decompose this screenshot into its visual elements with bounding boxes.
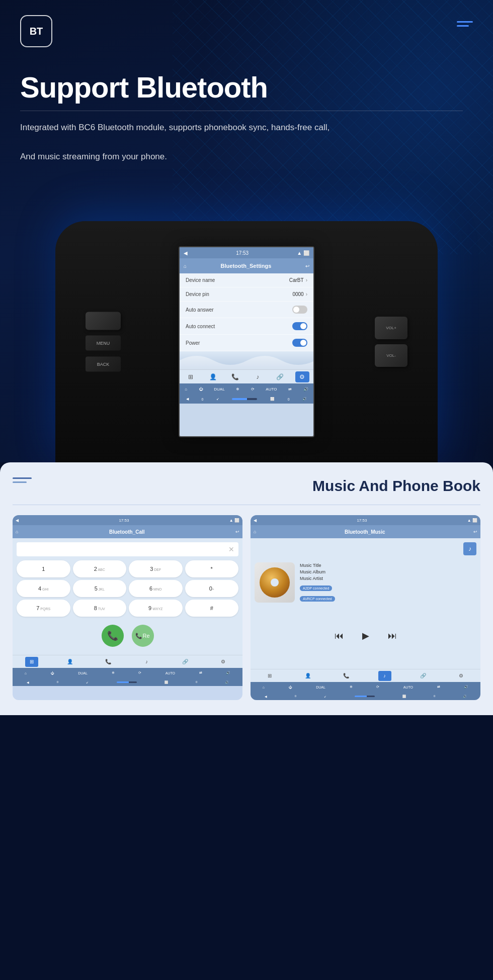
key-9[interactable]: 9 WXYZ [129, 600, 183, 617]
key-7[interactable]: 7 PQRS [17, 600, 70, 617]
call-status-icons: ▲ ⬜ [229, 518, 239, 523]
call-nav-music[interactable]: ♪ [140, 657, 153, 667]
sys-fan: ❄ [236, 387, 239, 391]
music-nav-phone[interactable]: 📞 [340, 671, 353, 681]
back-icon: ↩ [305, 263, 309, 269]
call-title: Bluetooth_Call [109, 529, 145, 535]
nav-settings-icon[interactable]: ⚙ [295, 371, 309, 382]
music-nav-link[interactable]: 🔗 [417, 671, 430, 681]
nav-music-icon[interactable]: ♪ [251, 371, 265, 382]
chevron-right-2: › [306, 291, 307, 297]
sys-home: ⌂ [185, 387, 187, 391]
call-action-buttons: 📞 📞Re [17, 621, 238, 651]
home-icon: ⌂ [184, 263, 187, 269]
auto-connect-label: Auto connect [186, 324, 215, 329]
status-icons: ▲ ⬜ [297, 250, 309, 256]
menu-button[interactable] [457, 21, 473, 27]
power-row[interactable]: Power [180, 335, 313, 351]
car-vol-down: VOL- [375, 344, 407, 367]
prev-button[interactable]: ⏮ [335, 631, 344, 641]
key-star[interactable]: * [185, 560, 239, 577]
auto-answer-toggle[interactable] [292, 306, 307, 314]
call-home-icon: ⌂ [16, 529, 18, 534]
music-home-icon: ⌂ [254, 529, 256, 534]
toggle-thumb [293, 307, 299, 313]
nav-phone-icon[interactable]: 📞 [228, 371, 242, 382]
progress-bar [232, 398, 257, 400]
call-system-bar: ⌂ ⏻ DUAL ❄ ⟳ AUTO ⇄ 🔊 [13, 668, 242, 678]
key-3[interactable]: 3 DEF [129, 560, 183, 577]
key-8[interactable]: 8 TUV [73, 600, 127, 617]
music-nav-grid[interactable]: ⊞ [263, 671, 276, 681]
toggle-thumb-2 [300, 323, 306, 329]
car-dashboard: MENU BACK VOL+ VOL- ◀ 17:53 ▲ ⬜ [55, 221, 438, 462]
call-screen-card: ◀ 17:53 ▲ ⬜ ⌂ Bluetooth_Call ↩ ✕ 1 2 ABC… [13, 515, 242, 700]
sys-dual: DUAL [214, 387, 224, 391]
nav-grid-icon[interactable]: ⊞ [184, 371, 198, 382]
nav-link-icon[interactable]: 🔗 [273, 371, 287, 382]
music-title-text: Music Title [300, 563, 335, 568]
music-navbar: ⌂ Bluetooth_Music ↩ [251, 525, 480, 538]
device-pin-label: Device pin [186, 291, 209, 297]
bottom-section: Music And Phone Book ◀ 17:53 ▲ ⬜ ⌂ Bluet… [0, 462, 493, 715]
music-time: 17:53 [357, 518, 367, 523]
screen-bottom-nav: ⊞ 👤 📞 ♪ 🔗 ⚙ [180, 369, 313, 383]
call-nav-phone[interactable]: 📞 [102, 657, 115, 667]
call-nav-link[interactable]: 🔗 [179, 657, 192, 667]
key-4[interactable]: 4 GHI [17, 580, 70, 597]
bottom-menu-icon[interactable] [13, 477, 32, 483]
call-progress-bar [117, 681, 137, 683]
screen-title: Bluetooth_Settings [221, 263, 272, 269]
key-1[interactable]: 1 [17, 560, 70, 577]
hero-description: Integrated with BC6 Bluetooth module, su… [20, 121, 330, 164]
call-time: 17:53 [119, 518, 129, 523]
music-bottom-nav: ⊞ 👤 📞 ♪ 🔗 ⚙ [251, 669, 480, 682]
music-back-arrow: ◀ [254, 518, 257, 523]
next-button[interactable]: ⏭ [388, 631, 397, 641]
auto-connect-row[interactable]: Auto connect [180, 318, 313, 335]
car-btn-1 [86, 312, 121, 330]
music-content: ♪ Music Title Music Album Music Artist A… [251, 538, 480, 669]
a2dp-badge: A2DP connected [300, 585, 332, 591]
device-pin-row[interactable]: Device pin 0000 › [180, 287, 313, 302]
screen-system-bar: ⌂ ⏻ DUAL ❄ ⟳ AUTO ⇄ 🔊 [180, 383, 313, 395]
music-note-button[interactable]: ♪ [463, 542, 476, 555]
key-2[interactable]: 2 ABC [73, 560, 127, 577]
play-button[interactable]: ▶ [358, 628, 374, 644]
call-back-icon: ↩ [235, 529, 239, 534]
bt-logo: BT [20, 15, 52, 47]
screen-extra-bar: ◀ 0 ↙ ⬜ 0 🔊 [180, 395, 313, 404]
bottom-header: Music And Phone Book [13, 477, 480, 495]
device-name-row[interactable]: Device name CarBT › [180, 273, 313, 287]
screens-row: ◀ 17:53 ▲ ⬜ ⌂ Bluetooth_Call ↩ ✕ 1 2 ABC… [13, 515, 480, 700]
car-btn-back: BACK [86, 357, 121, 372]
music-nav-settings[interactable]: ⚙ [455, 671, 468, 681]
sys-arrow: ⇄ [288, 387, 292, 391]
key-hash[interactable]: # [185, 600, 239, 617]
recall-button[interactable]: 📞Re [132, 625, 154, 647]
music-extra-bar: ◀ 0 ↙ ⬜ 0 🔊 [251, 692, 480, 700]
hero-divider [20, 111, 463, 111]
key-6[interactable]: 6 MNO [129, 580, 183, 597]
auto-answer-label: Auto answer [186, 307, 214, 313]
call-bottom-nav: ⊞ 👤 📞 ♪ 🔗 ⚙ [13, 655, 242, 668]
screen-statusbar: ◀ 17:53 ▲ ⬜ [180, 247, 313, 258]
call-nav-settings[interactable]: ⚙ [217, 657, 230, 667]
album-art [255, 562, 295, 603]
back-arrow: ◀ [184, 250, 188, 256]
key-5[interactable]: 5 JKL [73, 580, 127, 597]
key-0plus[interactable]: 0+ [185, 580, 239, 597]
call-input-field[interactable]: ✕ [17, 542, 238, 556]
call-nav-person[interactable]: 👤 [63, 657, 76, 667]
nav-person-icon[interactable]: 👤 [206, 371, 220, 382]
music-nav-music[interactable]: ♪ [378, 671, 391, 681]
call-button[interactable]: 📞 [102, 625, 124, 647]
car-vol-up: VOL+ [375, 317, 407, 339]
power-toggle[interactable] [292, 339, 307, 347]
hero-section: BT Support Bluetooth Integrated with BC6… [0, 0, 493, 462]
call-nav-grid[interactable]: ⊞ [25, 657, 38, 667]
sys-loop: ⟳ [251, 387, 255, 391]
music-nav-person[interactable]: 👤 [301, 671, 314, 681]
auto-answer-row[interactable]: Auto answer [180, 302, 313, 318]
auto-connect-toggle[interactable] [292, 322, 307, 330]
